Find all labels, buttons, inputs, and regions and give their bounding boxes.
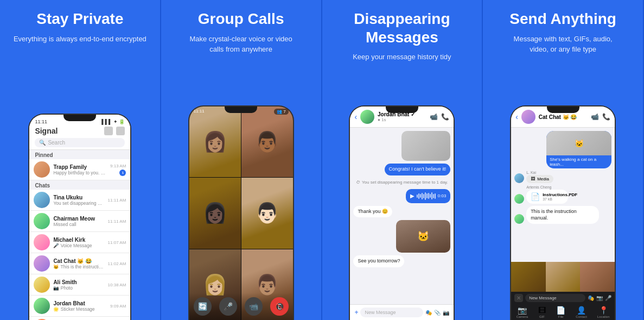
close-icon[interactable]: ✕ [514, 294, 523, 302]
chat-name: Ali Smith [53, 279, 104, 285]
list-item[interactable]: Tina Ukuku You set disappearing message … [29, 190, 130, 211]
media-tile[interactable] [546, 262, 581, 292]
chat-time: 11:07 AM [108, 240, 126, 245]
contact-info: Jordan Bhat ✓ ● 1s [378, 111, 426, 122]
gif-icon: 🎞 [538, 306, 546, 315]
contact-action[interactable]: 👤 Contact [576, 306, 587, 318]
attachment-icon[interactable]: 📎 [434, 310, 441, 316]
media-bubble: 🖼Media [526, 175, 553, 183]
chat-info: Ali Smith 📷 Photo [53, 279, 104, 291]
camera-icon[interactable]: 📷 [443, 310, 449, 316]
media-strip [511, 262, 615, 292]
signal-title-row: Signal [35, 127, 125, 135]
phone-notch-3 [386, 106, 418, 113]
call-tile: 👨🏾 [241, 106, 293, 177]
file-bubble: 📄 Instructions.PDF 37 kB [526, 190, 568, 204]
media-tile[interactable] [580, 262, 615, 292]
camera-icon[interactable] [104, 127, 113, 135]
chat-info: Tina Ukuku You set disappearing message … [53, 194, 104, 206]
list-item[interactable]: Sunsets 🌅 View-once media Tue [29, 317, 130, 320]
end-call-button[interactable]: 📵 [270, 297, 288, 316]
list-item[interactable]: Michael Kirk 🎤 Voice Message 11:07 AM [29, 232, 130, 253]
participant-face: 👩🏿 [189, 178, 241, 248]
phone-mockup-4: ‹ Cat Chat 🐱 😂 📹 📞 🐱 She's walk [510, 105, 616, 320]
file-label: File [558, 315, 564, 318]
camera-icon[interactable]: 📷 [596, 295, 603, 301]
camera-icon: 📷 [518, 306, 527, 315]
contact-icon: 👤 [577, 306, 586, 315]
phone-screen-3: ‹ Jordan Bhat ✓ ● 1s 📹 📞 [350, 106, 454, 320]
location-action[interactable]: 📍 Location [597, 306, 610, 318]
list-item[interactable]: Trapp Family Happy birthday to you. Happ… [29, 159, 130, 180]
phone-notch-1 [63, 115, 96, 121]
voice-call-icon[interactable]: 📞 [441, 113, 449, 121]
file-name: Instructions.PDF [543, 192, 577, 197]
chat-time: 10:38 AM [108, 283, 126, 287]
avatar [34, 161, 50, 178]
mic-icon[interactable]: 🎤 [605, 295, 611, 301]
video-call-icon[interactable]: 📹 [430, 113, 438, 121]
chat-name: Jordan Bhat [53, 300, 107, 306]
avatar [34, 234, 50, 250]
location-label: Location [597, 315, 610, 318]
sticker-icon[interactable]: 🎭 [588, 295, 594, 301]
list-item[interactable]: Cat Chat 🐱 😂 🐱 This is the instruction m… [29, 253, 130, 274]
message-bubble: Thank you 😊 [353, 206, 392, 218]
file-action[interactable]: 📄 File [556, 306, 565, 318]
chat-preview: 🌟 Sticker Message [53, 306, 107, 312]
sent-media-message: 🐱 She's walking a cat on a leash... [546, 131, 611, 168]
call-tile: 👨🏻 [241, 178, 293, 248]
avatar [34, 213, 50, 229]
chat-info: Chairman Meow Missed call [53, 216, 104, 227]
phone-screen-2: 11:11 👥 7 👩🏽 👨🏾 👩🏿 👨🏻 [189, 106, 293, 320]
search-icon: 🔍 [39, 140, 46, 146]
chat-info: Cat Chat 🐱 😂 🐱 This is the instruction m… [53, 258, 104, 269]
plus-icon[interactable]: + [354, 309, 358, 316]
voice-call-icon[interactable]: 📞 [602, 113, 610, 121]
edit-icon[interactable] [116, 127, 125, 135]
video-call-icon[interactable]: 📹 [591, 113, 599, 121]
participant-face: 👨🏾 [241, 106, 293, 177]
disappearing-messages-title: DisappearingMessages [354, 10, 450, 46]
chat-name: Tina Ukuku [53, 194, 104, 200]
media-tile[interactable] [511, 262, 546, 292]
avatar [514, 173, 524, 183]
avatar [34, 298, 50, 314]
search-bar[interactable]: 🔍 Search [35, 138, 125, 147]
participant-face: 👨🏻 [241, 178, 293, 248]
list-item[interactable]: Ali Smith 📷 Photo 10:38 AM [29, 274, 130, 296]
file-icon: 📄 [556, 306, 565, 315]
list-item[interactable]: Jordan Bhat 🌟 Sticker Message 9:09 AM [29, 296, 130, 317]
message-input-bar: + New Message 🎭 📎 📷 [350, 304, 454, 320]
send-message-input[interactable]: New Message [525, 294, 585, 302]
list-item[interactable]: Chairman Meow Missed call 11:11 AM [29, 211, 130, 232]
mute-button[interactable]: 🎤 [219, 297, 237, 316]
video-button[interactable]: 📹 [245, 297, 263, 316]
sticker-icon[interactable]: 🎭 [425, 310, 432, 316]
send-input-bar: ✕ New Message 🎭 📷 🎤 [511, 292, 615, 304]
rotate-camera-button[interactable]: 🔄 [194, 297, 212, 316]
message-input[interactable]: New Message [360, 308, 423, 317]
audio-waveform [417, 192, 436, 200]
camera-label: Camera [517, 315, 528, 318]
camera-action[interactable]: 📷 Camera [517, 306, 528, 318]
chat-time: 9:13 AM [110, 164, 126, 168]
send-bottom-area: ✕ New Message 🎭 📷 🎤 📷 Camera 🎞 [511, 262, 615, 320]
received-media-item: L. Kai 🖼Media [514, 171, 611, 183]
chat-preview: 📷 Photo [53, 285, 104, 291]
chat-time: 11:11 AM [108, 198, 126, 203]
group-calls-title: Group Calls [198, 10, 284, 28]
status-icons: ▌▌▌ ✦ 🔋 [101, 119, 125, 124]
message-bubble: Congrats! I can't believe it! [385, 164, 451, 175]
phone-screen-1: 11:11 ▌▌▌ ✦ 🔋 Signal 🔍 Search [29, 115, 130, 320]
system-message: ⏱You set disappearing message time to 1 … [353, 178, 450, 186]
send-anything-subtitle: Message with text, GIFs, audio,video, or… [514, 34, 613, 55]
stay-private-panel: Stay Private Everything is always end-to… [0, 0, 161, 320]
back-button[interactable]: ‹ [354, 112, 357, 121]
chat-info: Trapp Family Happy birthday to you. Happ… [53, 164, 107, 175]
message-actions: 📹 📞 [430, 113, 449, 121]
back-button[interactable]: ‹ [515, 112, 518, 121]
stay-private-title: Stay Private [36, 10, 123, 28]
contact-label: Contact [576, 315, 587, 318]
gif-action[interactable]: 🎞 GIF [538, 306, 546, 318]
